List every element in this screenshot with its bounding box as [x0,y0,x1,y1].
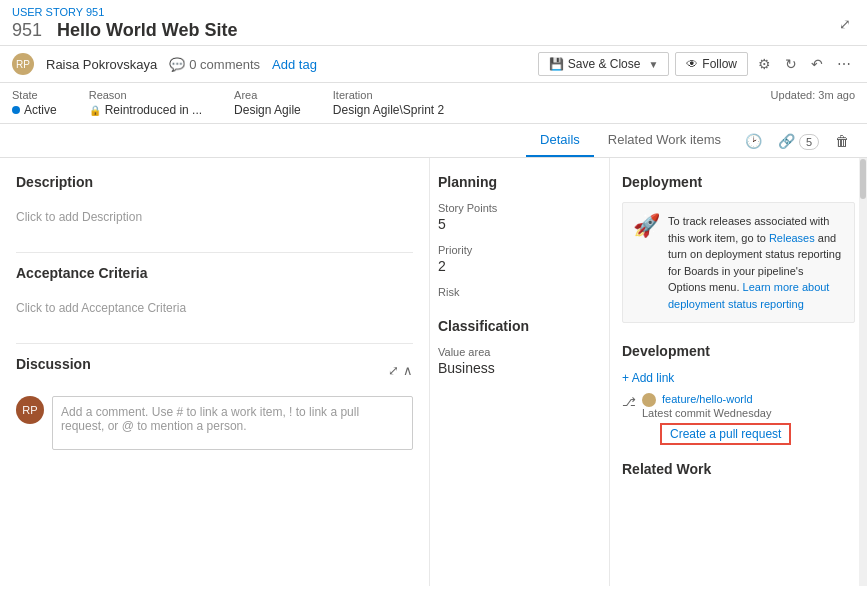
discussion-header: Discussion ⤢ ∧ [16,356,413,384]
title-bar-left: USER STORY 951 951 Hello World Web Site [12,6,237,41]
risk-label: Risk [438,286,601,298]
area-label: Area [234,89,301,101]
section-divider-1 [16,252,413,253]
development-title: Development [622,343,855,359]
value-area-item: Value area Business [438,346,601,376]
reason-meta: Reason 🔒 Reintroduced in ... [89,89,202,117]
link-count-badge: 5 [799,134,819,150]
development-section: Development + Add link ⎇ feature/hello-w… [622,343,855,445]
expand-discussion-button[interactable]: ⤢ [388,363,399,378]
tab-icons: 🕑 🔗 5 🗑 [739,129,855,153]
eye-icon: 👁 [686,57,698,71]
delete-button[interactable]: 🗑 [829,129,855,153]
deployment-info-box: 🚀 To track releases associated with this… [622,202,855,323]
acceptance-placeholder[interactable]: Click to add Acceptance Criteria [16,293,413,323]
deployment-section: Deployment 🚀 To track releases associate… [622,174,855,323]
planning-title: Planning [438,174,601,190]
state-meta: State Active [12,89,57,117]
work-item-title: Hello World Web Site [57,20,237,40]
commit-date: Latest commit Wednesday [642,407,791,419]
releases-link[interactable]: Releases [769,232,815,244]
deployment-icon: 🚀 [633,213,660,312]
reason-label: Reason [89,89,202,101]
classification-section: Classification Value area Business [438,318,601,376]
undo-button[interactable]: ↶ [807,52,827,76]
comment-icon: 💬 [169,57,185,72]
meta-bar: State Active Reason 🔒 Reintroduced in ..… [0,83,867,124]
priority-item: Priority 2 [438,244,601,274]
description-title: Description [16,174,413,190]
acceptance-section: Acceptance Criteria Click to add Accepta… [16,265,413,323]
breadcrumb[interactable]: USER STORY 951 [12,6,237,18]
author-name: Raisa Pokrovskaya [46,57,157,72]
left-panel: Description Click to add Description Acc… [0,158,430,586]
iteration-meta: Iteration Design Agile\Sprint 2 [333,89,444,117]
priority-value[interactable]: 2 [438,258,601,274]
story-points-value[interactable]: 5 [438,216,601,232]
discussion-actions: ⤢ ∧ [388,363,413,378]
area-meta: Area Design Agile [234,89,301,117]
expand-button[interactable]: ⤢ [835,12,855,36]
iteration-value[interactable]: Design Agile\Sprint 2 [333,103,444,117]
follow-button[interactable]: 👁 Follow [675,52,748,76]
comment-area: RP Add a comment. Use # to link a work i… [16,396,413,450]
tab-details[interactable]: Details [526,124,594,157]
settings-button[interactable]: ⚙ [754,52,775,76]
story-points-label: Story Points [438,202,601,214]
toolbar-left: RP Raisa Pokrovskaya 💬 0 comments Add ta… [12,53,526,75]
status-dot [12,106,20,114]
save-icon: 💾 [549,57,564,71]
acceptance-title: Acceptance Criteria [16,265,413,281]
page-title: 951 Hello World Web Site [12,20,237,41]
comments-button[interactable]: 💬 0 comments [169,57,260,72]
avatar: RP [12,53,34,75]
description-placeholder[interactable]: Click to add Description [16,202,413,232]
save-close-dropdown-arrow: ▼ [648,59,658,70]
save-close-button[interactable]: 💾 Save & Close ▼ [538,52,670,76]
branch-link[interactable]: feature/hello-world [662,393,753,405]
collapse-discussion-button[interactable]: ∧ [403,363,413,378]
value-area-value[interactable]: Business [438,360,601,376]
create-pull-request-button[interactable]: Create a pull request [660,423,791,445]
history-button[interactable]: 🕑 [739,129,768,153]
tab-related-work-items[interactable]: Related Work items [594,124,735,157]
commit-item: ⎇ feature/hello-world Latest commit Wedn… [622,393,855,445]
toolbar-right: 💾 Save & Close ▼ 👁 Follow ⚙ ↻ ↶ ⋯ [538,52,855,76]
title-bar: USER STORY 951 951 Hello World Web Site … [0,0,867,46]
scrollbar-track[interactable] [859,158,867,586]
add-tag-button[interactable]: Add tag [272,57,317,72]
lock-icon: 🔒 [89,105,101,116]
title-bar-actions: ⤢ [835,12,855,36]
reason-value[interactable]: 🔒 Reintroduced in ... [89,103,202,117]
discussion-title: Discussion [16,356,91,372]
toolbar: RP Raisa Pokrovskaya 💬 0 comments Add ta… [0,46,867,83]
commit-details: feature/hello-world Latest commit Wednes… [642,393,791,445]
save-close-label: Save & Close [568,57,641,71]
related-work-title: Related Work [622,461,855,477]
add-link-label: + Add link [622,371,674,385]
value-area-label: Value area [438,346,601,358]
classification-title: Classification [438,318,601,334]
comments-label: 0 comments [189,57,260,72]
work-item-id: 951 [12,20,42,40]
scrollbar-thumb[interactable] [860,159,866,199]
right-panel: Deployment 🚀 To track releases associate… [610,158,867,586]
more-actions-button[interactable]: ⋯ [833,52,855,76]
committer-avatar-small [642,393,656,407]
planning-section: Planning Story Points 5 Priority 2 Risk [438,174,601,298]
risk-item: Risk [438,286,601,298]
deployment-text: To track releases associated with this w… [668,213,844,312]
deployment-title: Deployment [622,174,855,190]
area-value[interactable]: Design Agile [234,103,301,117]
refresh-button[interactable]: ↻ [781,52,801,76]
commenter-avatar: RP [16,396,44,424]
links-button[interactable]: 🔗 5 [772,129,825,153]
priority-label: Priority [438,244,601,256]
add-link-button[interactable]: + Add link [622,371,855,385]
story-points-item: Story Points 5 [438,202,601,232]
state-value[interactable]: Active [12,103,57,117]
tabs-bar: Details Related Work items 🕑 🔗 5 🗑 [0,124,867,158]
comment-input[interactable]: Add a comment. Use # to link a work item… [52,396,413,450]
section-divider-2 [16,343,413,344]
meta-section: State Active Reason 🔒 Reintroduced in ..… [12,89,747,117]
